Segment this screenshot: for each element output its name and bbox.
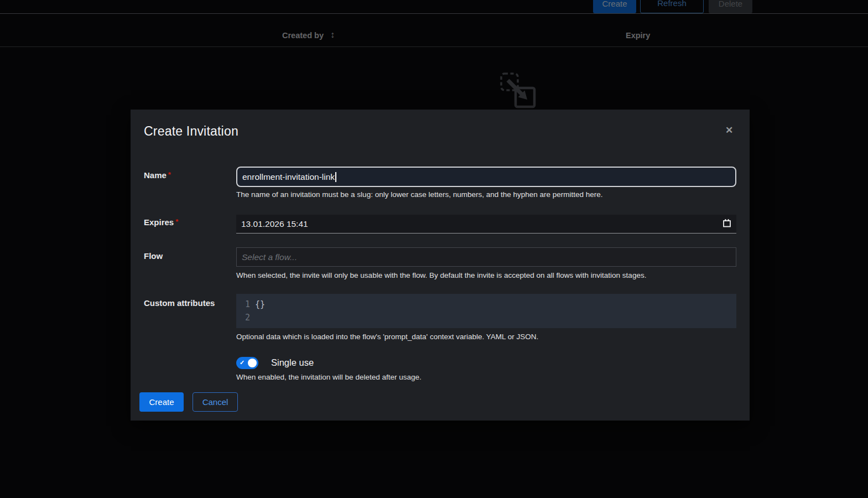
required-asterisk: *: [168, 170, 171, 179]
name-input[interactable]: enrollment-invitation-link: [236, 167, 736, 187]
modal-title: Create Invitation: [144, 124, 238, 139]
flow-label: Flow: [144, 251, 163, 261]
custom-attributes-code-editor[interactable]: 1 {} 2: [236, 294, 736, 328]
flow-placeholder: Select a flow...: [242, 252, 297, 262]
name-label: Name*: [144, 170, 171, 180]
toggle-knob: [248, 359, 257, 367]
code-line: 1 {}: [236, 298, 736, 311]
expires-input-value: 13.01.2026 15:41: [241, 219, 308, 229]
app-window: Create Refresh Delete Created by ↕ Expir…: [0, 0, 868, 498]
cancel-button[interactable]: Cancel: [193, 392, 238, 412]
expires-label-text: Expires: [144, 217, 174, 227]
code-line: 2: [236, 311, 736, 324]
flow-select-input[interactable]: Select a flow...: [236, 247, 736, 267]
expires-input[interactable]: 13.01.2026 15:41: [236, 215, 736, 234]
expires-label: Expires*: [144, 217, 178, 227]
code-content: {}: [255, 298, 265, 311]
line-number: 1: [236, 298, 255, 311]
single-use-help-text: When enabled, the invitation will be del…: [236, 373, 740, 381]
custom-attributes-label: Custom attributes: [144, 298, 215, 308]
name-input-value: enrollment-invitation-link: [242, 172, 335, 182]
line-number: 2: [236, 311, 255, 324]
required-asterisk: *: [175, 217, 178, 226]
custom-attributes-help-text: Optional data which is loaded into the f…: [236, 333, 740, 341]
name-label-text: Name: [144, 170, 167, 180]
create-invitation-modal: Create Invitation ✕ Name* enrollment-inv…: [131, 110, 750, 421]
create-button[interactable]: Create: [139, 392, 184, 412]
flow-help-text: When selected, the invite will only be u…: [236, 271, 740, 279]
single-use-label: Single use: [271, 357, 314, 368]
close-icon[interactable]: ✕: [723, 124, 736, 137]
check-icon: ✓: [240, 359, 245, 366]
name-help-text: The name of an invitation must be a slug…: [236, 190, 740, 199]
text-cursor: [335, 172, 336, 182]
single-use-toggle[interactable]: ✓: [236, 357, 258, 369]
calendar-icon[interactable]: [723, 219, 731, 230]
